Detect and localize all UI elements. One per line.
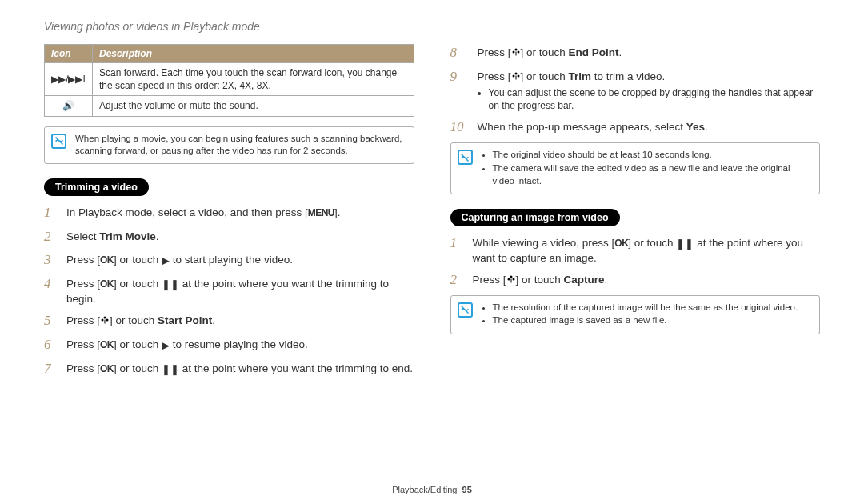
section-heading-capture: Capturing an image from video bbox=[450, 209, 620, 226]
step-text: While viewing a video, press [ bbox=[473, 237, 615, 249]
step-1: 1 In Playback mode, select a video, and … bbox=[44, 204, 414, 222]
ok-key: OK bbox=[100, 339, 114, 350]
step-4: 4 Press [OK] or touch ❚❚ at the point wh… bbox=[44, 275, 414, 306]
step-text: When the pop-up message appears, select bbox=[478, 121, 686, 133]
macro-icon bbox=[506, 274, 516, 283]
note-trim-b1: The original video should be at least 10… bbox=[493, 149, 814, 162]
step-text: to trim a video. bbox=[591, 70, 665, 82]
pause-icon: ❚❚ bbox=[162, 278, 179, 292]
step-6: 6 Press [OK] or touch ▶ to resume playin… bbox=[44, 336, 414, 354]
macro-icon bbox=[511, 70, 521, 80]
svg-point-13 bbox=[507, 278, 510, 280]
end-point-label: End Point bbox=[569, 46, 619, 58]
trim-label: Trim bbox=[569, 70, 592, 82]
macro-icon bbox=[511, 46, 521, 56]
pause-icon: ❚❚ bbox=[676, 237, 694, 251]
macro-icon bbox=[100, 314, 110, 324]
step-text: ] or touch bbox=[114, 254, 162, 266]
step-text: Press [ bbox=[66, 314, 100, 326]
svg-rect-15 bbox=[510, 278, 511, 282]
step-text: to resume playing the video. bbox=[170, 338, 308, 350]
step-text: ] or touch bbox=[516, 274, 564, 286]
step-text: Press [ bbox=[478, 70, 511, 82]
step-text: Select bbox=[66, 230, 99, 242]
step-number: 4 bbox=[44, 275, 58, 306]
note-trim-b2: The camera will save the edited video as… bbox=[493, 162, 814, 187]
step-number: 1 bbox=[450, 234, 465, 266]
step-sub: You can adjust the scene to be cropped b… bbox=[478, 86, 821, 112]
svg-rect-11 bbox=[515, 75, 516, 79]
svg-point-14 bbox=[512, 278, 514, 280]
svg-point-6 bbox=[517, 51, 519, 54]
ok-key: OK bbox=[100, 363, 114, 374]
step-number: 2 bbox=[450, 271, 465, 290]
step-number: 7 bbox=[44, 360, 58, 378]
step-text: Press [ bbox=[66, 338, 100, 350]
step-text: ] or touch bbox=[521, 46, 569, 58]
svg-point-2 bbox=[106, 319, 109, 322]
right-column: 8 Press [] or touch End Point. 9 Press [… bbox=[450, 44, 821, 384]
note-playback: When playing a movie, you can begin usin… bbox=[44, 126, 414, 164]
step-9: 9 Press [] or touch Trim to trim a video… bbox=[450, 68, 821, 113]
note-trim: The original video should be at least 10… bbox=[450, 142, 821, 194]
th-icon: Icon bbox=[45, 45, 93, 63]
note-capture-b2: The captured image is saved as a new fil… bbox=[493, 314, 814, 327]
svg-point-10 bbox=[517, 74, 519, 77]
note-capture-b1: The resolution of the captured image wil… bbox=[493, 302, 814, 314]
capture-label: Capture bbox=[564, 274, 605, 286]
icon-table: Icon Description ▶▶/▶▶I Scan forward. Ea… bbox=[44, 44, 414, 117]
footer-section: Playback/Editing bbox=[392, 485, 457, 494]
note-icon bbox=[458, 302, 473, 318]
step-text: Press [ bbox=[66, 362, 100, 374]
step-3: 3 Press [OK] or touch ▶ to start playing… bbox=[44, 251, 414, 270]
step-8: 8 Press [] or touch End Point. bbox=[450, 44, 821, 62]
note-capture: The resolution of the captured image wil… bbox=[450, 295, 821, 334]
ok-key: OK bbox=[100, 254, 114, 266]
step-number: 3 bbox=[44, 251, 58, 270]
scan-forward-desc: Scan forward. Each time you touch the sc… bbox=[93, 63, 414, 96]
step-text: ] or touch bbox=[114, 278, 162, 290]
step-text: . bbox=[619, 46, 622, 58]
svg-point-9 bbox=[512, 74, 514, 77]
step-text: . bbox=[156, 230, 159, 242]
footer: Playback/Editing 95 bbox=[0, 485, 864, 494]
step-2: 2 Select Trim Movie. bbox=[44, 228, 414, 246]
step-text: . bbox=[705, 121, 708, 133]
step-text: ] or touch bbox=[521, 70, 569, 82]
page-number: 95 bbox=[462, 485, 472, 494]
step-text: at the point where you want the trimming… bbox=[179, 362, 413, 374]
step-text: ] or touch bbox=[110, 314, 158, 326]
th-desc: Description bbox=[93, 45, 414, 63]
step-number: 9 bbox=[450, 68, 470, 113]
step-text: Press [ bbox=[66, 254, 100, 266]
play-icon: ▶ bbox=[162, 338, 170, 353]
ok-key: OK bbox=[614, 238, 628, 249]
step-number: 10 bbox=[450, 118, 470, 137]
note-icon bbox=[458, 150, 473, 165]
step-7: 7 Press [OK] or touch ❚❚ at the point wh… bbox=[44, 360, 414, 378]
step-text: ]. bbox=[334, 206, 341, 218]
step-number: 6 bbox=[44, 336, 58, 354]
svg-rect-3 bbox=[105, 320, 106, 324]
start-point-label: Start Point bbox=[158, 314, 212, 326]
menu-key: MENU bbox=[308, 207, 334, 218]
ok-key: OK bbox=[100, 278, 114, 290]
step-text: ] or touch bbox=[114, 338, 162, 350]
section-heading-trim: Trimming a video bbox=[44, 178, 149, 196]
step-text: ] or touch bbox=[628, 237, 676, 249]
page-title: Viewing photos or videos in Playback mod… bbox=[44, 20, 820, 33]
step-text: to start playing the video. bbox=[170, 254, 293, 266]
pause-icon: ❚❚ bbox=[162, 362, 179, 377]
play-icon: ▶ bbox=[162, 254, 170, 268]
step-text: Press [ bbox=[473, 274, 506, 286]
step-text: Press [ bbox=[66, 278, 100, 290]
note-playback-text: When playing a movie, you can begin usin… bbox=[75, 134, 402, 156]
capture-step-2: 2 Press [] or touch Capture. bbox=[450, 271, 821, 290]
step-text: . bbox=[605, 274, 608, 286]
content-columns: Icon Description ▶▶/▶▶I Scan forward. Ea… bbox=[44, 44, 820, 384]
step-number: 2 bbox=[44, 228, 58, 246]
svg-point-0 bbox=[104, 317, 106, 319]
svg-point-8 bbox=[514, 72, 517, 74]
note-icon bbox=[51, 134, 66, 149]
step-10: 10 When the pop-up message appears, sele… bbox=[450, 118, 821, 137]
